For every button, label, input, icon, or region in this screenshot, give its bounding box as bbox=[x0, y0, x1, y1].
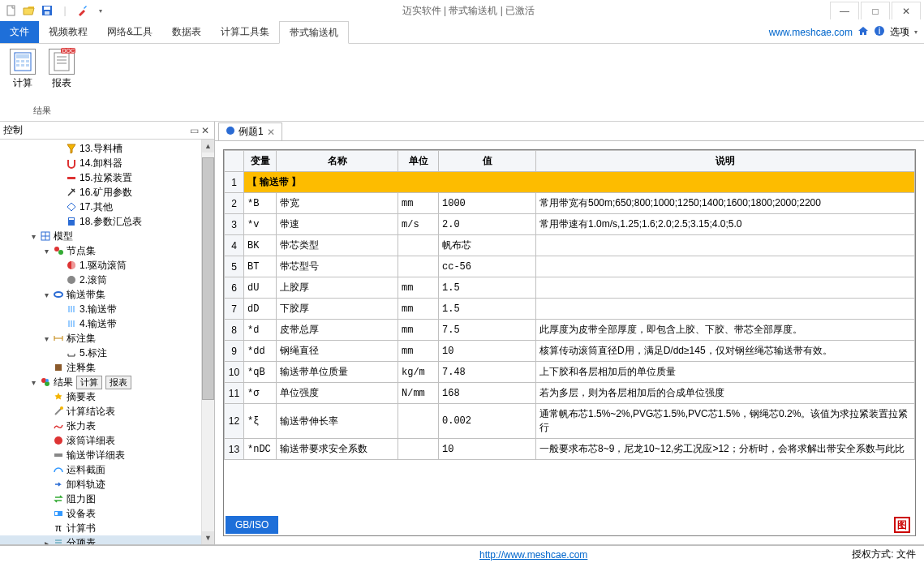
grid-header[interactable]: 名称 bbox=[277, 151, 398, 172]
tree-item[interactable]: ▾模型 bbox=[0, 229, 214, 243]
tree-item[interactable]: 计算结论表 bbox=[0, 404, 214, 419]
cell-val[interactable]: cc-56 bbox=[439, 256, 536, 277]
qa-tools-icon[interactable] bbox=[76, 4, 89, 17]
tree-item[interactable]: 运料截面 bbox=[0, 462, 214, 477]
tree-twisty-icon[interactable]: ▾ bbox=[28, 378, 39, 387]
qa-open-icon[interactable] bbox=[23, 4, 36, 17]
tree-item[interactable]: 滚筒详细表 bbox=[0, 433, 214, 448]
cell-val[interactable]: 7.48 bbox=[439, 362, 536, 383]
ribbon-calc-button[interactable]: 计算 bbox=[5, 47, 41, 104]
tree-item[interactable]: ▾标注集 bbox=[0, 331, 214, 346]
grid-header[interactable] bbox=[225, 151, 244, 172]
image-icon[interactable]: 图 bbox=[894, 517, 910, 533]
grid-header[interactable]: 变量 bbox=[244, 151, 277, 172]
table-row[interactable]: 10*qB输送带单位质量kg/m7.48上下胶和各层相加后的单位质量 bbox=[225, 362, 915, 383]
site-link[interactable]: www.meshcae.com bbox=[769, 27, 853, 38]
table-row[interactable]: 2*B带宽mm1000常用带宽有500m;650;800;1000;1250;1… bbox=[225, 193, 915, 214]
table-row[interactable]: 4BK带芯类型帆布芯 bbox=[225, 235, 915, 256]
ribbon-report-button[interactable]: DOC 报表 bbox=[44, 47, 80, 104]
tree-twisty-icon[interactable]: ▸ bbox=[41, 539, 52, 545]
cell-val[interactable]: 7.5 bbox=[439, 320, 536, 341]
tree-item[interactable]: 注释集 bbox=[0, 360, 214, 375]
maximize-button[interactable]: □ bbox=[861, 2, 890, 19]
qa-new-icon[interactable] bbox=[5, 4, 18, 17]
tab-video[interactable]: 视频教程 bbox=[39, 21, 97, 43]
info-icon[interactable]: i bbox=[874, 25, 885, 39]
tree-item[interactable]: 18.参数汇总表 bbox=[0, 214, 214, 229]
tree-twisty-icon[interactable]: ▾ bbox=[41, 334, 52, 343]
tree-item[interactable]: 5.标注 bbox=[0, 346, 214, 360]
grid-header[interactable]: 单位 bbox=[398, 151, 439, 172]
tree-item[interactable]: ▾结果计算报表 bbox=[0, 375, 214, 389]
svg-point-46 bbox=[60, 406, 63, 410]
close-button[interactable]: ✕ bbox=[892, 2, 921, 19]
tree-view[interactable]: 13.导料槽14.卸料器15.拉紧装置16.矿用参数17.其他18.参数汇总表▾… bbox=[0, 140, 214, 544]
cell-val[interactable]: 帆布芯 bbox=[439, 235, 536, 256]
tree-item[interactable]: 17.其他 bbox=[0, 200, 214, 214]
tree-twisty-icon[interactable]: ▾ bbox=[41, 247, 52, 256]
svg-point-47 bbox=[54, 436, 62, 445]
table-row[interactable]: 9*dd钢绳直径mm10核算传动滚筒直径D用，满足D/dd≥145，仅对钢丝绳芯… bbox=[225, 341, 915, 362]
tree-item[interactable]: 1.驱动滚筒 bbox=[0, 258, 214, 273]
tree-item[interactable]: 2.滚筒 bbox=[0, 273, 214, 287]
tree-item[interactable]: ▾节点集 bbox=[0, 243, 214, 258]
tree-item[interactable]: 输送带详细表 bbox=[0, 448, 214, 462]
tree-twisty-icon[interactable]: ▾ bbox=[41, 290, 52, 299]
tree-item[interactable]: 卸料轨迹 bbox=[0, 477, 214, 492]
grid-header[interactable]: 说明 bbox=[536, 151, 915, 172]
cell-val[interactable]: 168 bbox=[439, 383, 536, 404]
table-row[interactable]: 13*nDC输送带要求安全系数10一般要求布芯8~9，尼龙10~12,劣工况应>… bbox=[225, 439, 915, 460]
minimize-button[interactable]: — bbox=[830, 2, 859, 19]
cell-val[interactable]: 0.002 bbox=[439, 404, 536, 439]
cell-val[interactable]: 10 bbox=[439, 439, 536, 460]
tab-conveyor[interactable]: 带式输送机 bbox=[279, 21, 349, 44]
table-row[interactable]: 1【 输送带 】 bbox=[225, 172, 915, 193]
cell-val[interactable]: 1.5 bbox=[439, 299, 536, 320]
grid-header[interactable]: 值 bbox=[439, 151, 536, 172]
tab-datasheet[interactable]: 数据表 bbox=[162, 21, 211, 43]
tree-item[interactable]: π计算书 bbox=[0, 521, 214, 535]
gb-iso-button[interactable]: GB/ISO bbox=[226, 516, 278, 534]
tree-item[interactable]: 摘要表 bbox=[0, 389, 214, 404]
tree-inline-button[interactable]: 计算 bbox=[76, 376, 102, 389]
panel-close-icon[interactable]: ✕ bbox=[200, 125, 211, 136]
tree-item[interactable]: 16.矿用参数 bbox=[0, 185, 214, 200]
tree-item[interactable]: 4.输送带 bbox=[0, 316, 214, 331]
tree-item[interactable]: 阻力图 bbox=[0, 492, 214, 506]
table-row[interactable]: 8*d皮带总厚mm7.5此厚度为皮带全部厚度，即包含上胶、下胶、带芯全部厚度。 bbox=[225, 320, 915, 341]
table-row[interactable]: 12*ξ输送带伸长率0.002通常帆布芯1.5%~2%,PVG芯1.5%,PVC… bbox=[225, 404, 915, 439]
panel-float-icon[interactable]: ▭ bbox=[188, 125, 200, 136]
tree-item[interactable]: 13.导料槽 bbox=[0, 141, 214, 156]
tree-item[interactable]: 设备表 bbox=[0, 506, 214, 521]
table-row[interactable]: 3*v带速m/s2.0常用带速有1.0m/s,1.25;1.6;2.0;2.5;… bbox=[225, 214, 915, 235]
qa-dropdown-icon[interactable]: ▾ bbox=[94, 4, 107, 17]
tree-inline-button[interactable]: 报表 bbox=[105, 376, 131, 389]
tree-item[interactable]: 张力表 bbox=[0, 419, 214, 433]
table-row[interactable]: 5BT带芯型号cc-56 bbox=[225, 256, 915, 277]
table-row[interactable]: 11*σ单位强度N/mm168若为多层，则为各层相加后的合成单位强度 bbox=[225, 383, 915, 404]
tab-network[interactable]: 网络&工具 bbox=[97, 21, 162, 43]
doc-tab-close-icon[interactable]: ✕ bbox=[267, 127, 275, 138]
tree-scrollbar[interactable]: ▲ ▼ bbox=[201, 140, 214, 544]
tree-item[interactable]: 14.卸料器 bbox=[0, 156, 214, 170]
cell-val[interactable]: 1.5 bbox=[439, 277, 536, 299]
tree-item[interactable]: 3.输送带 bbox=[0, 302, 214, 316]
table-row[interactable]: 7dD下胶厚mm1.5 bbox=[225, 299, 915, 320]
tree-item[interactable]: ▾输送带集 bbox=[0, 287, 214, 302]
tab-file[interactable]: 文件 bbox=[0, 21, 39, 43]
table-row[interactable]: 6dU上胶厚mm1.5 bbox=[225, 277, 915, 299]
cell-val[interactable]: 1000 bbox=[439, 193, 536, 214]
options-button[interactable]: 选项 bbox=[890, 25, 909, 39]
home-icon[interactable] bbox=[857, 25, 869, 39]
tab-calc-tools[interactable]: 计算工具集 bbox=[211, 21, 279, 43]
tree-item[interactable]: ▸分项表 bbox=[0, 535, 214, 544]
status-link[interactable]: http://www.meshcae.com bbox=[479, 549, 587, 561]
cell-val[interactable]: 2.0 bbox=[439, 214, 536, 235]
cell-val[interactable]: 10 bbox=[439, 341, 536, 362]
tree-twisty-icon[interactable]: ▾ bbox=[28, 232, 39, 241]
doc-tab-example1[interactable]: 例题1 ✕ bbox=[218, 122, 282, 140]
data-grid[interactable]: 变量名称单位值说明1【 输送带 】2*B带宽mm1000常用带宽有500m;65… bbox=[224, 150, 915, 514]
qa-save-icon[interactable] bbox=[41, 4, 54, 17]
options-dropdown-icon[interactable]: ▾ bbox=[914, 28, 918, 36]
tree-item[interactable]: 15.拉紧装置 bbox=[0, 170, 214, 185]
